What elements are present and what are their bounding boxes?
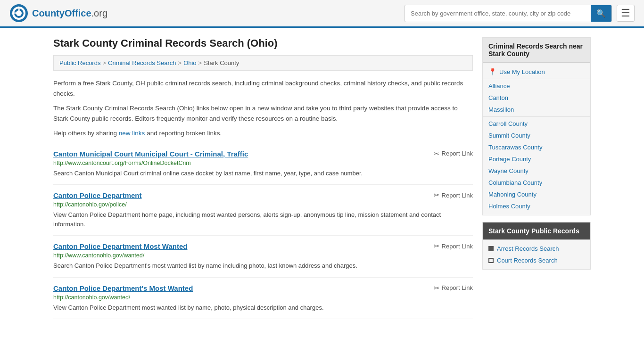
result-desc: View Canton Police Department most wante… xyxy=(53,303,473,313)
result-item: Canton Police Department Most Wanted ✂ R… xyxy=(53,236,473,278)
result-title[interactable]: Canton Municipal Court Municipal Court -… xyxy=(53,150,248,158)
sidebar-link-holmes[interactable]: Holmes County xyxy=(483,200,590,212)
sidebar-link-canton[interactable]: Canton xyxy=(483,92,590,104)
sidebar-nearby-section: Criminal Records Search near Stark Count… xyxy=(482,37,591,215)
sidebar-court-records[interactable]: Court Records Search xyxy=(483,255,590,266)
header: CountyOffice.org 🔍 ☰ xyxy=(0,0,644,28)
result-url: http://www.cantonohio.gov/wanted/ xyxy=(53,252,473,259)
result-desc: View Canton Police Department home page,… xyxy=(53,210,473,229)
report-link[interactable]: ✂ Report Link xyxy=(434,284,473,292)
result-item: Canton Police Department's Most Wanted ✂… xyxy=(53,278,473,320)
logo-icon xyxy=(9,4,28,23)
result-url: http://cantonohio.gov/police/ xyxy=(53,201,473,208)
breadcrumb-ohio[interactable]: Ohio xyxy=(183,59,196,66)
sidebar-link-alliance[interactable]: Alliance xyxy=(483,80,590,92)
sidebar-nearby-links: 📍 Use My Location Alliance Canton Massil… xyxy=(483,63,590,215)
result-item: Canton Police Department ✂ Report Link h… xyxy=(53,185,473,236)
location-icon: 📍 xyxy=(488,68,496,75)
sidebar-link-carroll[interactable]: Carroll County xyxy=(483,118,590,130)
scissors-icon: ✂ xyxy=(434,284,439,292)
sidebar-use-location[interactable]: 📍 Use My Location xyxy=(483,66,590,78)
sidebar-public-records-section: Stark County Public Records Arrest Recor… xyxy=(482,222,591,270)
intro-paragraph-3: Help others by sharing new links and rep… xyxy=(53,128,473,139)
breadcrumb-criminal-records[interactable]: Criminal Records Search xyxy=(108,59,176,66)
logo-text: CountyOffice.org xyxy=(32,8,107,19)
sidebar-public-records-links: Arrest Records Search Court Records Sear… xyxy=(483,240,590,269)
sidebar-public-records-title: Stark County Public Records xyxy=(483,222,590,240)
sidebar-arrest-records[interactable]: Arrest Records Search xyxy=(483,243,590,255)
sidebar-link-wayne[interactable]: Wayne County xyxy=(483,165,590,177)
scissors-icon: ✂ xyxy=(434,191,439,199)
report-link[interactable]: ✂ Report Link xyxy=(434,150,473,157)
sidebar-link-mahoning[interactable]: Mahoning County xyxy=(483,189,590,200)
new-links-link[interactable]: new links xyxy=(119,130,145,137)
sidebar-nearby-title: Criminal Records Search near Stark Count… xyxy=(483,38,590,63)
result-item: Canton Municipal Court Municipal Court -… xyxy=(53,143,473,185)
result-desc: Search Canton Municipal Court criminal o… xyxy=(53,169,473,178)
sidebar-link-massillon[interactable]: Massillon xyxy=(483,104,590,115)
result-title[interactable]: Canton Police Department xyxy=(53,191,142,199)
arrest-records-icon xyxy=(488,246,494,251)
page-title: Stark County Criminal Records Search (Oh… xyxy=(53,37,473,49)
search-button[interactable]: 🔍 xyxy=(591,5,611,22)
sidebar-link-portage[interactable]: Portage County xyxy=(483,153,590,165)
content-area: Stark County Criminal Records Search (Oh… xyxy=(53,37,473,319)
sidebar: Criminal Records Search near Stark Count… xyxy=(482,37,591,319)
breadcrumb: Public Records > Criminal Records Search… xyxy=(53,55,473,71)
result-desc: Search Canton Police Department's most w… xyxy=(53,261,473,271)
search-bar: 🔍 xyxy=(405,5,612,22)
result-title[interactable]: Canton Police Department's Most Wanted xyxy=(53,284,193,292)
main-container: Stark County Criminal Records Search (Oh… xyxy=(44,28,600,319)
intro-paragraph-1: Perform a free Stark County, OH public c… xyxy=(53,78,473,99)
search-input[interactable] xyxy=(405,6,591,21)
breadcrumb-stark-county: Stark County xyxy=(204,59,239,66)
report-link[interactable]: ✂ Report Link xyxy=(434,191,473,199)
logo-area: CountyOffice.org xyxy=(9,4,107,23)
scissors-icon: ✂ xyxy=(434,150,439,157)
sidebar-link-tuscarawas[interactable]: Tuscarawas County xyxy=(483,141,590,153)
sidebar-link-summit[interactable]: Summit County xyxy=(483,130,590,141)
report-link[interactable]: ✂ Report Link xyxy=(434,242,473,250)
breadcrumb-public-records[interactable]: Public Records xyxy=(59,59,100,66)
menu-button[interactable]: ☰ xyxy=(617,5,635,22)
sidebar-link-columbiana[interactable]: Columbiana County xyxy=(483,177,590,189)
result-title[interactable]: Canton Police Department Most Wanted xyxy=(53,242,187,250)
results-list: Canton Municipal Court Municipal Court -… xyxy=(53,143,473,320)
court-records-icon xyxy=(488,258,494,263)
scissors-icon: ✂ xyxy=(434,242,439,250)
header-right: 🔍 ☰ xyxy=(405,5,635,22)
result-url: http://www.cantoncourt.org/Forms/OnlineD… xyxy=(53,160,473,166)
result-url: http://cantonohio.gov/wanted/ xyxy=(53,294,473,301)
intro-paragraph-2: The Stark County Criminal Records Search… xyxy=(53,103,473,123)
